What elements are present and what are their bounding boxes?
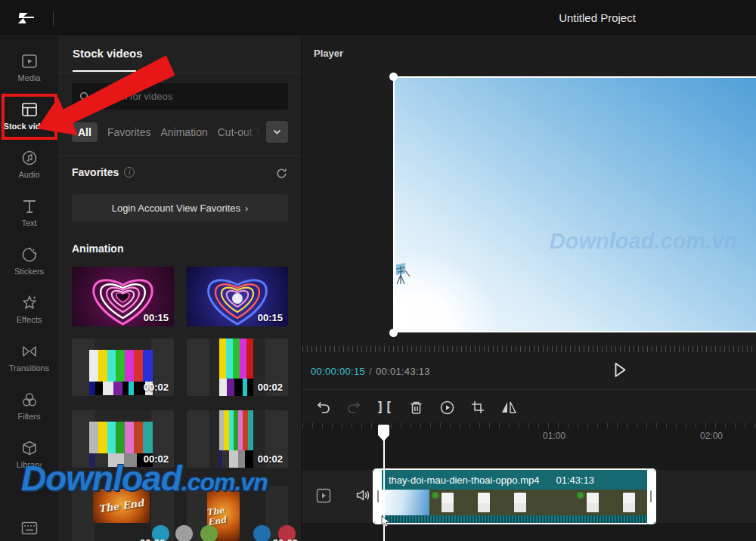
- tab-all[interactable]: All: [72, 122, 98, 142]
- timeline-ruler[interactable]: [302, 423, 756, 428]
- sidebar-item-library[interactable]: Library: [0, 439, 58, 475]
- time-display-row: 00:00:00:15/00:01:43:13: [302, 357, 756, 385]
- tab-cutout[interactable]: Cut-out T: [218, 126, 260, 138]
- effects-icon: [21, 294, 38, 311]
- project-title[interactable]: Untitled Project: [522, 11, 673, 24]
- animation-title: Animation: [72, 243, 123, 255]
- thumbnail-letterbox: [187, 339, 209, 396]
- player-title: Player: [314, 48, 343, 59]
- active-tab-underline: [73, 70, 136, 72]
- playback-speed-button[interactable]: [437, 397, 457, 417]
- sidebar-item-audio[interactable]: Audio: [0, 149, 58, 185]
- sidebar-item-stock-videos[interactable]: Stock videos: [0, 100, 58, 137]
- favorites-title: Favorites: [72, 166, 119, 178]
- top-bar: Untitled Project: [0, 0, 756, 36]
- login-button-label: Login Account View Favorites: [112, 202, 240, 214]
- clip-trim-handle-right[interactable]: [647, 470, 655, 523]
- time-separator: /: [369, 366, 372, 377]
- antenna-silhouette: [395, 261, 414, 287]
- stickers-icon: [21, 246, 38, 263]
- category-tabs: All Favorites Animation Cut-out T: [72, 121, 288, 144]
- capcut-editor-window: Untitled Project Media Stock videos Audi…: [0, 0, 756, 541]
- sidebar-item-filters[interactable]: Filters: [0, 391, 58, 427]
- color-dot-green: [200, 525, 218, 541]
- sidebar-item-transitions[interactable]: Transitions: [0, 342, 58, 379]
- mirror-button[interactable]: [499, 397, 519, 417]
- duration-badge: 00:02: [258, 453, 283, 465]
- stock-video-the-end-1[interactable]: The End: [93, 489, 150, 523]
- search-icon: [79, 91, 90, 102]
- film-frame: [382, 490, 429, 515]
- mute-track-icon[interactable]: [355, 487, 371, 503]
- search-box[interactable]: [72, 83, 288, 110]
- film-frame: [538, 490, 575, 515]
- color-bars-image: [219, 339, 253, 396]
- panel-tab-stock-videos[interactable]: Stock videos: [73, 47, 143, 60]
- stock-video-color-bars-2[interactable]: 00:02: [187, 339, 288, 396]
- login-favorites-button[interactable]: Login Account View Favorites›: [72, 194, 288, 221]
- undo-button[interactable]: [314, 397, 333, 417]
- sidebar-item-label: Transitions: [9, 363, 49, 373]
- shortcuts-button[interactable]: [0, 521, 58, 535]
- more-categories-button[interactable]: [266, 121, 288, 143]
- audio-icon: [21, 149, 38, 166]
- the-end-caption: The End: [98, 497, 145, 515]
- film-frame: [502, 490, 538, 515]
- film-frame: [611, 490, 647, 515]
- sidebar-item-label: Audio: [18, 170, 39, 179]
- text-icon: [21, 197, 38, 215]
- stock-video-color-bars-3[interactable]: 00:02: [72, 410, 174, 468]
- tab-favorites[interactable]: Favorites: [107, 126, 151, 138]
- split-button[interactable]: ][: [375, 397, 395, 417]
- sidebar-item-label: Stock videos: [4, 122, 55, 131]
- search-input[interactable]: [96, 91, 280, 102]
- main-track-icon[interactable]: [316, 488, 331, 503]
- preview-scrub-strip[interactable]: [302, 346, 756, 352]
- current-time: 00:00:00:15: [311, 366, 365, 377]
- sidebar-item-text[interactable]: Text: [0, 197, 58, 233]
- info-icon[interactable]: i: [124, 167, 135, 178]
- duration-badge: 00:03: [140, 537, 165, 541]
- ruler-label: 02:00: [700, 431, 723, 441]
- tab-animation[interactable]: Animation: [160, 126, 207, 138]
- sidebar-item-label: Library: [17, 460, 42, 469]
- stock-video-neon-heart-pink[interactable]: 00:15: [72, 267, 174, 326]
- film-frame: [575, 490, 611, 515]
- filters-icon: [21, 391, 38, 408]
- play-button[interactable]: [614, 362, 627, 378]
- ruler-label: 01:00: [543, 431, 565, 441]
- sidebar-item-label: Text: [21, 218, 36, 227]
- thumbnail-letterbox: [72, 486, 94, 541]
- timeline-clip[interactable]: thay-doi-mau-dien-thoai-oppo.mp4 01:43:1…: [373, 468, 656, 524]
- duration-badge: 00:03: [273, 537, 298, 541]
- preview-watermark: Download.com.vn: [550, 229, 737, 254]
- animation-section-header: Animation: [72, 243, 123, 255]
- stock-video-color-bars-1[interactable]: 00:02: [72, 339, 174, 396]
- capcut-logo-icon[interactable]: [18, 11, 36, 25]
- the-end-caption: The End: [207, 503, 240, 527]
- redo-button[interactable]: [344, 397, 364, 417]
- video-preview-canvas[interactable]: Download.com.vn: [393, 76, 756, 332]
- clip-audio-waveform: [382, 515, 647, 523]
- color-dot-gray: [175, 525, 193, 541]
- sidebar-item-media[interactable]: Media: [0, 52, 58, 88]
- refresh-icon[interactable]: [276, 168, 287, 179]
- duration-badge: 00:15: [258, 312, 283, 323]
- sidebar-item-stickers[interactable]: Stickers: [0, 246, 58, 282]
- playhead-handle[interactable]: [378, 425, 389, 441]
- color-dot-blue: [253, 525, 271, 541]
- clip-filename: thay-doi-mau-dien-thoai-oppo.mp4: [389, 475, 539, 486]
- stock-videos-panel: Stock videos All Favorites Animation Cut…: [58, 36, 301, 541]
- mouse-cursor: [381, 515, 391, 527]
- delete-button[interactable]: [406, 397, 426, 417]
- film-frame: [466, 490, 502, 515]
- timeline: 01:00 02:00 thay-doi-mau-dien-thoai-oppo…: [302, 423, 756, 541]
- stock-video-color-bars-4[interactable]: 00:02: [187, 410, 288, 468]
- selection-handle-bottom-left[interactable]: [389, 329, 398, 337]
- crop-button[interactable]: [468, 397, 488, 417]
- sidebar-item-effects[interactable]: Effects: [0, 294, 58, 330]
- clip-filmstrip: [382, 490, 647, 515]
- stock-video-neon-heart-multicolor[interactable]: 00:15: [187, 267, 288, 326]
- selection-handle-top-left[interactable]: [389, 73, 398, 81]
- sidebar-item-label: Effects: [17, 315, 42, 324]
